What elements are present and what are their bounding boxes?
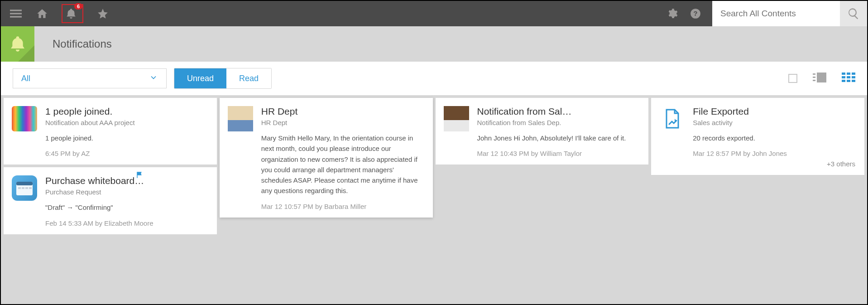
- svg-rect-13: [847, 76, 850, 78]
- notifications-grid: 1 people joined. Notification about AAA …: [1, 95, 867, 237]
- card-meta: Mar 12 8:57 PM by John Jones: [693, 150, 855, 157]
- column-3: Notification from Sal… Notification from…: [436, 98, 649, 165]
- home-icon[interactable]: [35, 7, 49, 20]
- page-title: Notifications: [53, 38, 112, 50]
- card-title: HR Dept: [261, 106, 424, 117]
- hamburger-icon[interactable]: [9, 7, 23, 20]
- avatar-thumbnail: [228, 106, 253, 131]
- notification-card[interactable]: HR Dept HR Dept Mary Smith Hello Mary, I…: [220, 98, 433, 218]
- svg-rect-15: [842, 80, 845, 82]
- search-box: [712, 1, 867, 26]
- others-count: +3 others: [693, 160, 855, 168]
- notification-card[interactable]: File Exported Sales activity 20 records …: [651, 98, 864, 175]
- card-subtitle: Notification about AAA project: [45, 119, 208, 126]
- card-meta: Mar 12 10:57 PM by Barbara Miller: [261, 203, 424, 210]
- notifications-icon-highlighted[interactable]: 6: [62, 4, 83, 23]
- svg-rect-20: [18, 187, 21, 189]
- flag-icon: [136, 171, 144, 181]
- notification-badge: 6: [74, 3, 82, 10]
- svg-rect-11: [852, 73, 855, 75]
- calendar-thumbnail: [12, 175, 37, 201]
- card-title: Notification from Sal…: [477, 106, 640, 117]
- svg-rect-12: [842, 76, 845, 78]
- column-2: HR Dept HR Dept Mary Smith Hello Mary, I…: [220, 98, 433, 218]
- svg-rect-22: [25, 187, 28, 189]
- top-bar: 6 ?: [1, 1, 867, 26]
- svg-rect-21: [22, 187, 24, 189]
- svg-rect-6: [813, 77, 815, 78]
- svg-rect-8: [817, 73, 826, 82]
- svg-rect-14: [852, 76, 855, 78]
- grid-view-icon[interactable]: [842, 73, 855, 84]
- page-bell-icon: [1, 26, 34, 62]
- card-text: John Jones Hi John, Absolutely! I'll tak…: [477, 133, 640, 143]
- card-meta: Feb 14 5:33 AM by Elizabeth Moore: [45, 219, 208, 227]
- list-view-icon[interactable]: [813, 73, 826, 84]
- notification-card[interactable]: Purchase whiteboard… Purchase Request "D…: [4, 167, 217, 234]
- svg-text:?: ?: [693, 10, 697, 17]
- column-1: 1 people joined. Notification about AAA …: [4, 98, 217, 234]
- svg-rect-23: [29, 187, 32, 189]
- column-4: File Exported Sales activity 20 records …: [651, 98, 864, 175]
- svg-rect-9: [842, 73, 845, 75]
- card-text: 1 people joined.: [45, 133, 208, 143]
- card-title: Purchase whiteboard…: [45, 175, 208, 186]
- card-meta: Mar 12 10:43 PM by William Taylor: [477, 150, 640, 157]
- svg-rect-2: [10, 16, 22, 17]
- gear-icon[interactable]: [665, 7, 679, 20]
- document-thumbnail: [659, 106, 685, 131]
- filter-select[interactable]: All: [13, 68, 167, 88]
- svg-rect-5: [813, 73, 815, 75]
- svg-rect-7: [813, 80, 815, 81]
- read-filter-toggle: Unread Read: [174, 68, 272, 89]
- read-tab[interactable]: Read: [226, 68, 271, 88]
- avatar-thumbnail: [444, 106, 469, 131]
- card-text: Mary Smith Hello Mary, In the orientatio…: [261, 133, 424, 196]
- card-subtitle: HR Dept: [261, 119, 424, 126]
- svg-rect-19: [16, 182, 33, 185]
- svg-rect-1: [10, 13, 22, 14]
- pencils-thumbnail: [12, 106, 37, 131]
- help-icon[interactable]: ?: [689, 7, 702, 20]
- notification-card[interactable]: 1 people joined. Notification about AAA …: [4, 98, 217, 165]
- svg-rect-0: [10, 10, 22, 11]
- search-input[interactable]: [712, 1, 840, 26]
- card-text: 20 records exported.: [693, 133, 855, 143]
- svg-rect-17: [852, 80, 855, 82]
- page-header: Notifications: [1, 26, 867, 62]
- star-icon[interactable]: [96, 7, 110, 20]
- card-subtitle: Purchase Request: [45, 188, 208, 196]
- svg-rect-10: [847, 73, 850, 75]
- card-subtitle: Notification from Sales Dep.: [477, 119, 640, 126]
- notification-card[interactable]: Notification from Sal… Notification from…: [436, 98, 649, 165]
- card-text: "Draft" → "Confirming": [45, 202, 208, 213]
- card-title: File Exported: [693, 106, 855, 117]
- card-subtitle: Sales activity: [693, 119, 855, 126]
- filter-bar: All Unread Read: [1, 62, 867, 95]
- select-all-checkbox[interactable]: [788, 74, 797, 83]
- chevron-down-icon: [149, 73, 158, 84]
- svg-rect-16: [847, 80, 850, 82]
- unread-tab[interactable]: Unread: [174, 68, 226, 88]
- card-title: 1 people joined.: [45, 106, 208, 117]
- search-button[interactable]: [840, 1, 867, 26]
- filter-select-label: All: [21, 74, 30, 83]
- card-meta: 6:45 PM by AZ: [45, 150, 208, 157]
